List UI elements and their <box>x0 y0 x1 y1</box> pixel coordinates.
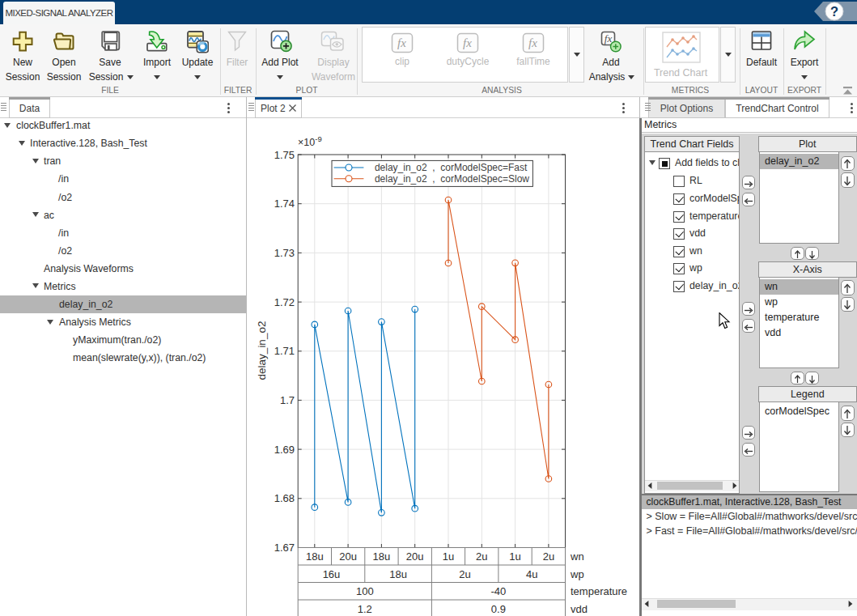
svg-text:2u: 2u <box>543 550 554 563</box>
svg-text:16u: 16u <box>323 568 341 580</box>
svg-text:fx: fx <box>605 32 613 45</box>
svg-text:4u: 4u <box>526 568 537 580</box>
svg-text:20u: 20u <box>406 550 424 563</box>
svg-text:fx: fx <box>397 36 406 49</box>
svg-text:1.69: 1.69 <box>274 444 295 456</box>
svg-text:1u: 1u <box>443 550 454 563</box>
svg-text:1.2: 1.2 <box>358 603 372 615</box>
svg-text:temperature: temperature <box>571 585 627 597</box>
svg-text:2u: 2u <box>459 568 470 580</box>
svg-text:fx: fx <box>528 36 537 49</box>
svg-text:20u: 20u <box>339 550 357 563</box>
svg-text:1.75: 1.75 <box>274 149 295 161</box>
svg-text:1.67: 1.67 <box>274 542 295 554</box>
svg-text:18u: 18u <box>306 550 324 563</box>
svg-text:wp: wp <box>570 568 584 580</box>
svg-text:-40: -40 <box>491 585 507 597</box>
svg-text:fx: fx <box>463 36 472 49</box>
svg-text:1.71: 1.71 <box>274 345 295 357</box>
svg-text:delay_in_o2 , corModelSpec=S: delay_in_o2 , corModelSpec=Slow <box>375 173 529 185</box>
svg-text:1u: 1u <box>509 550 520 563</box>
svg-text:18u: 18u <box>373 550 391 563</box>
svg-text:18u: 18u <box>389 568 407 580</box>
svg-text:0.9: 0.9 <box>491 603 506 615</box>
svg-text:1.72: 1.72 <box>274 296 295 308</box>
svg-text:wn: wn <box>570 550 584 563</box>
svg-text:1.68: 1.68 <box>274 492 295 504</box>
svg-text:1.73: 1.73 <box>274 247 295 259</box>
svg-text:vdd: vdd <box>571 603 588 615</box>
svg-text:×10-9: ×10-9 <box>298 134 322 148</box>
svg-text:delay_in_o2: delay_in_o2 <box>256 321 268 380</box>
svg-text:1.74: 1.74 <box>274 198 295 210</box>
svg-text:1.7: 1.7 <box>280 394 295 406</box>
svg-text:100: 100 <box>356 585 374 597</box>
svg-text:delay_in_o2 , corModelSpec=F: delay_in_o2 , corModelSpec=Fast <box>375 162 528 173</box>
svg-text:?: ? <box>830 4 838 19</box>
svg-text:2u: 2u <box>476 550 487 563</box>
